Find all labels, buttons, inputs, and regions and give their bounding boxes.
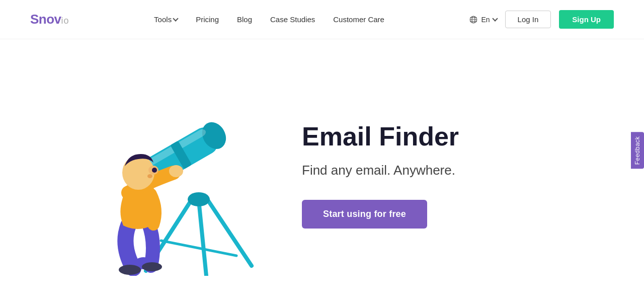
customer-care-link[interactable]: Customer Care — [333, 15, 384, 24]
login-button[interactable]: Log In — [505, 11, 551, 28]
svg-line-12 — [206, 198, 252, 266]
pricing-link[interactable]: Pricing — [196, 15, 219, 24]
svg-point-21 — [152, 168, 157, 173]
tools-link[interactable]: Tools — [154, 15, 178, 24]
nav-right: En Log In Sign Up — [469, 10, 614, 29]
logo-snov: Snov — [30, 12, 61, 27]
feedback-wrapper: Feedback — [631, 132, 644, 169]
hero-section: Email Finder Find any email. Anywhere. S… — [0, 39, 644, 301]
nav-item-blog[interactable]: Blog — [237, 15, 252, 24]
svg-point-14 — [188, 192, 210, 206]
hero-content: Email Finder Find any email. Anywhere. S… — [282, 112, 604, 228]
hero-illustration — [40, 64, 282, 276]
hero-title: Email Finder — [302, 122, 604, 152]
hero-subtitle: Find any email. Anywhere. — [302, 161, 604, 179]
signup-button[interactable]: Sign Up — [559, 10, 614, 29]
nav-item-case-studies[interactable]: Case Studies — [270, 15, 315, 24]
case-studies-link[interactable]: Case Studies — [270, 15, 315, 24]
nav-item-tools[interactable]: Tools — [154, 15, 178, 24]
svg-line-11 — [199, 200, 206, 276]
svg-point-16 — [119, 265, 141, 275]
navbar: Snov io Tools Pricing Blog Case Studies … — [0, 0, 644, 39]
lang-label: En — [481, 16, 490, 24]
feedback-button[interactable]: Feedback — [631, 132, 644, 169]
nav-links: Tools Pricing Blog Case Studies Customer… — [154, 15, 384, 24]
svg-line-13 — [161, 241, 236, 256]
svg-point-22 — [147, 174, 152, 178]
chevron-down-icon — [173, 16, 178, 21]
logo-io: io — [61, 16, 69, 26]
svg-point-18 — [169, 165, 183, 177]
nav-item-pricing[interactable]: Pricing — [196, 15, 219, 24]
globe-icon — [469, 15, 478, 24]
logo[interactable]: Snov io — [30, 12, 69, 27]
nav-item-customer-care[interactable]: Customer Care — [333, 15, 384, 24]
telescope-illustration — [55, 85, 267, 276]
lang-chevron-icon — [492, 16, 498, 21]
start-using-button[interactable]: Start using for free — [302, 200, 427, 229]
language-selector[interactable]: En — [469, 15, 497, 24]
tools-label: Tools — [154, 15, 172, 24]
blog-link[interactable]: Blog — [237, 15, 252, 24]
svg-point-17 — [142, 262, 162, 271]
